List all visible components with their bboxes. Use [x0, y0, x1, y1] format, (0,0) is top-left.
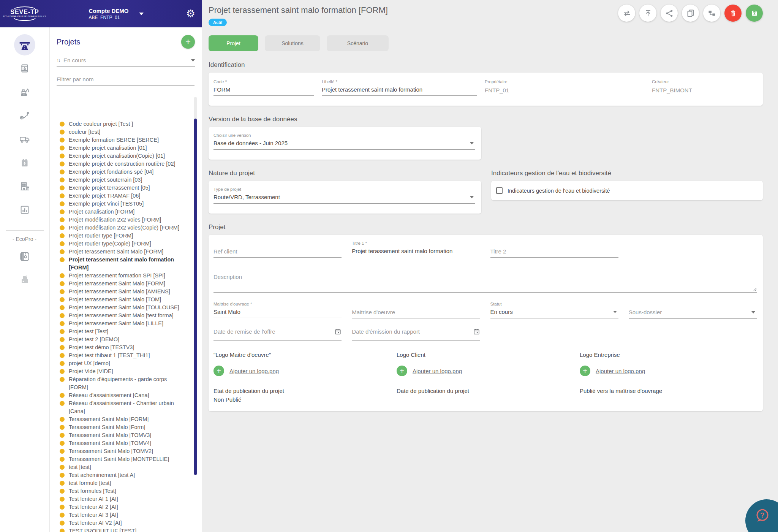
project-list-item[interactable]: Terassement Saint Malo [Form] — [60, 423, 187, 431]
project-list-item[interactable]: projet UX [demo] — [60, 359, 187, 367]
project-list-item[interactable]: Projet terrassement Saint Malo [test for… — [60, 312, 187, 320]
description-textarea[interactable]: Description — [213, 265, 757, 293]
project-list-item[interactable]: Exemple formation SERCE [SERCE] — [60, 136, 187, 144]
indicateurs-checkbox[interactable] — [496, 187, 503, 194]
project-list-item[interactable]: Terassement Saint Malo [FORM] — [60, 415, 187, 423]
nav-item-materials-barrel[interactable] — [14, 58, 35, 79]
titre1-input[interactable] — [352, 247, 480, 257]
date-offre-field[interactable]: Date de remise de l'offre — [213, 326, 342, 341]
project-list-item[interactable]: Projet test démo [TESTV3] — [60, 344, 187, 352]
project-list-item[interactable]: Projet terrassement formation SPI [SPI] — [60, 272, 187, 280]
project-label: Terassement Saint Malo [TOMV3] — [69, 431, 151, 439]
project-list-item[interactable]: Exemple projet terrassement [05] — [60, 184, 187, 192]
project-list-item[interactable]: Test lenteur AI 1 [AI] — [60, 495, 187, 503]
share-button[interactable] — [661, 5, 678, 22]
project-list-item[interactable]: Réparation d'équipements - garde corps [… — [60, 375, 187, 391]
upload-button[interactable] — [639, 5, 656, 22]
project-list-item[interactable]: Réseau d'assainissement - Chantier urbai… — [60, 399, 187, 415]
project-list-item[interactable]: Terassement Saint Malo [TOMV4] — [60, 439, 187, 447]
project-list-item[interactable]: Projet canalisation [FORM] — [60, 208, 187, 216]
project-status-dot — [60, 481, 65, 486]
moe-input[interactable] — [352, 308, 480, 318]
add-logo-client[interactable]: + Ajouter un logo.png — [397, 366, 574, 376]
nav-item-ecopro-water[interactable] — [14, 246, 35, 267]
project-list-item[interactable]: Projet Vide [VIDE] — [60, 367, 187, 375]
project-list-item[interactable]: Projet test thibaut 1 [TEST_THI1] — [60, 352, 187, 359]
resize-handle-icon[interactable] — [753, 287, 757, 291]
project-list-item[interactable]: Test lenteur AI V2 [AI] — [60, 519, 187, 527]
statut-select[interactable]: En cours — [490, 308, 618, 318]
calendar-icon[interactable] — [334, 328, 342, 335]
project-list-item[interactable]: Projet routier type(Copie) [FORM] — [60, 240, 187, 248]
date-rapport-field[interactable]: Date d'émission du rapport — [352, 326, 480, 341]
nav-item-statistics[interactable] — [14, 199, 35, 220]
nav-item-company[interactable] — [14, 176, 35, 197]
project-list-item[interactable]: Exemple projet TRAMAF [06] — [60, 192, 187, 200]
sous-dossier-select[interactable]: Sous-dossier — [629, 308, 757, 319]
project-list-item[interactable]: Test lenteur AI 2 [AI] — [60, 503, 187, 511]
tab-scenario[interactable]: Scénario — [327, 35, 389, 51]
project-list-item[interactable]: Test formules [Test] — [60, 487, 187, 495]
project-list-item[interactable]: test formule [test] — [60, 479, 187, 487]
version-select[interactable]: Base de données - Juin 2025 — [213, 139, 475, 150]
delete-button[interactable] — [724, 5, 742, 22]
nav-item-road-projects[interactable] — [14, 34, 35, 55]
titre2-input[interactable] — [490, 247, 618, 258]
tab-solutions[interactable]: Solutions — [265, 35, 320, 51]
add-logo-moe[interactable]: + Ajouter un logo.png — [213, 366, 391, 376]
project-list-item[interactable]: Projet test [Test] — [60, 328, 187, 336]
project-list-item[interactable]: Test lenteur AI 3 [AI] — [60, 511, 187, 519]
project-list-item[interactable]: Projet routier type [FORM] — [60, 232, 187, 240]
project-list-item[interactable]: Réseau d'assainissement [Cana] — [60, 391, 187, 399]
ref-client-input[interactable] — [213, 247, 342, 258]
project-list-item[interactable]: Projet terrassement Saint Malo [TOULOUSE… — [60, 304, 187, 312]
project-list-item[interactable]: Projet terrassement Saint Malo [TOM] — [60, 296, 187, 304]
project-list-item[interactable]: Projet terassement saint malo formation … — [60, 256, 187, 272]
nav-item-truck[interactable] — [14, 128, 35, 150]
project-list-item[interactable]: couleur [test] — [60, 128, 187, 136]
project-list-item[interactable]: Exemple projet canalisation(Copie) [01] — [60, 152, 187, 160]
project-list-item[interactable]: Terrassement Saint Malo [TOMV2] — [60, 447, 187, 455]
projects-scrollbar-thumb[interactable] — [194, 119, 197, 475]
nav-item-ecopro-machine[interactable] — [14, 269, 35, 291]
project-list-item[interactable]: Projet terrassement Saint Malo [AMIENS] — [60, 288, 187, 296]
duplicate-button[interactable] — [682, 5, 699, 22]
project-list-item[interactable]: Projet modélisation 2x2 voies(Copie) [FO… — [60, 224, 187, 232]
project-list-item[interactable]: Terassement Saint Malo [TOMV3] — [60, 431, 187, 439]
save-button[interactable] — [746, 5, 763, 22]
libelle-input[interactable] — [322, 86, 477, 96]
type-projet-select[interactable]: Route/VRD, Terrassement — [213, 193, 475, 204]
transfer-button[interactable] — [618, 5, 635, 22]
settings-gear-icon[interactable]: ⚙ — [186, 9, 195, 19]
project-list-item[interactable]: Code couleur projet [Test ] — [60, 120, 187, 128]
project-list-item[interactable]: Projet terrassement Saint Malo [LILLE] — [60, 320, 187, 328]
add-logo-entreprise[interactable]: + Ajouter un logo.png — [580, 366, 757, 376]
project-list-item[interactable]: Exemple projet de construction routière … — [60, 160, 187, 168]
sort-select[interactable]: ↑↓ En cours — [57, 57, 195, 67]
account-selector[interactable]: Compte DEMO ABE_FNTP_01 — [49, 8, 183, 20]
structure-button[interactable] — [703, 5, 720, 22]
nav-item-route[interactable] — [14, 105, 35, 126]
project-list-item[interactable]: TEST PRODUIT UF [TEST] — [60, 527, 187, 532]
filter-by-name-input[interactable] — [57, 76, 194, 86]
code-input[interactable] — [213, 86, 314, 96]
project-list-item[interactable]: Terrassement Saint Malo [MONTPELLIE] — [60, 455, 187, 463]
calendar-icon[interactable] — [473, 328, 480, 335]
project-list-item[interactable]: Projet test 2 [DEMO] — [60, 336, 187, 344]
nav-item-excavator[interactable] — [14, 81, 35, 103]
project-list-item[interactable]: Projet terrassement Saint Malo [FORM] — [60, 280, 187, 288]
moa-input[interactable] — [213, 308, 342, 318]
project-list-item[interactable]: Test acheminement [test A] — [60, 471, 187, 479]
tab-projet[interactable]: Projet — [209, 35, 258, 51]
projects-scrollbar-track[interactable] — [194, 97, 197, 472]
project-list-item[interactable]: Projet modélisation 2x2 voies [FORM] — [60, 216, 187, 224]
project-list-item[interactable]: test [test] — [60, 463, 187, 471]
nav-item-energy[interactable] — [14, 152, 35, 173]
project-list-item[interactable]: Exemple projet fondations spé [04] — [60, 168, 187, 176]
project-list-item[interactable]: Projet terassement Saint Malo [FORM] — [60, 248, 187, 256]
project-list-item[interactable]: Exemple projet Vinci [TEST05] — [60, 200, 187, 208]
project-status-dot — [60, 122, 65, 127]
project-list-item[interactable]: Exemple projet canalisation [01] — [60, 144, 187, 152]
add-project-button[interactable]: + — [181, 35, 195, 49]
project-list-item[interactable]: Exemple projet souterrain [03] — [60, 176, 187, 184]
